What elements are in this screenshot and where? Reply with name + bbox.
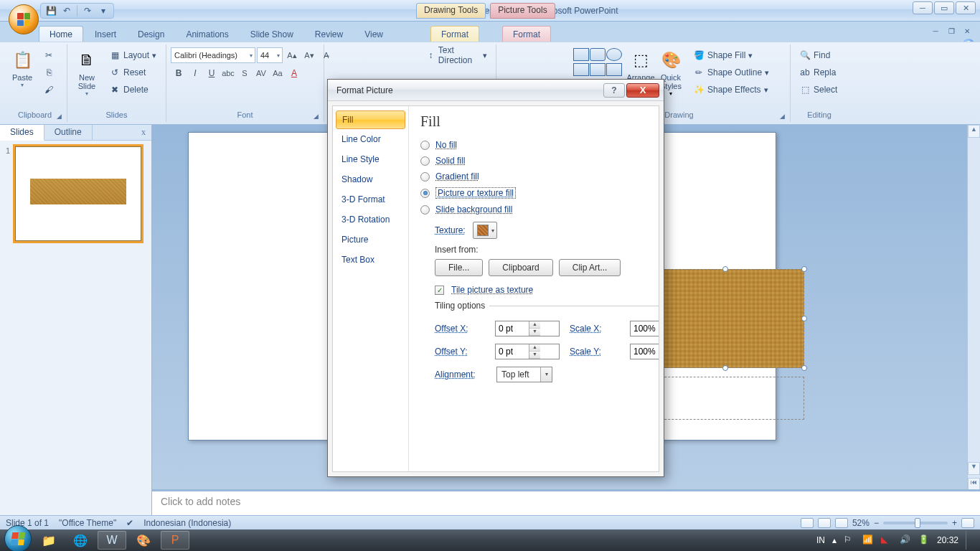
shadow-button[interactable]: S xyxy=(237,65,253,81)
offset-x-input[interactable]: ▲▼ xyxy=(495,321,560,336)
nav-3d-format[interactable]: 3-D Format xyxy=(333,189,408,209)
shape-fill-button[interactable]: 🪣Shape Fill ▾ xyxy=(689,47,773,63)
undo-button[interactable]: ↶ xyxy=(60,4,74,17)
tray-flag-icon[interactable]: ⚐ xyxy=(844,534,855,546)
tray-av-icon[interactable]: ◣ xyxy=(881,534,892,546)
insert-clipart-button[interactable]: Clip Art... xyxy=(559,259,621,276)
notes-pane[interactable]: Click to add notes xyxy=(152,489,980,515)
cut-button[interactable]: ✂ xyxy=(39,47,59,63)
zoom-slider[interactable] xyxy=(883,522,948,524)
nav-shadow[interactable]: Shadow xyxy=(333,169,408,189)
taskbar-ie[interactable]: 🌐 xyxy=(66,531,95,550)
doc-minimize[interactable]: ─ xyxy=(928,26,943,36)
taskbar-explorer[interactable]: 📁 xyxy=(34,531,63,550)
vertical-scrollbar[interactable]: ▲ ▼ ⏮ ⏭ xyxy=(967,125,980,515)
font-size-combo[interactable]: 44 xyxy=(257,47,283,63)
doc-restore[interactable]: ❐ xyxy=(944,26,958,36)
nav-line-color[interactable]: Line Color xyxy=(333,129,408,149)
replace-button[interactable]: abRepla xyxy=(795,65,842,80)
font-launcher[interactable]: ◢ xyxy=(314,113,322,121)
tile-checkbox[interactable]: ✓ xyxy=(435,286,444,295)
tab-design[interactable]: Design xyxy=(128,27,174,42)
shape-effects-button[interactable]: ✨Shape Effects ▾ xyxy=(689,82,773,98)
nav-text-box[interactable]: Text Box xyxy=(333,250,408,270)
offset-y-input[interactable]: ▲▼ xyxy=(495,344,560,359)
scroll-up[interactable]: ▲ xyxy=(968,125,980,138)
zoom-in[interactable]: + xyxy=(952,518,957,528)
tray-lang[interactable]: IN xyxy=(816,535,825,545)
tray-network-icon[interactable]: 📶 xyxy=(862,534,874,546)
redo-button[interactable]: ↷ xyxy=(80,4,95,17)
text-direction-button[interactable]: ↕Text Direction ▾ xyxy=(422,47,491,63)
dialog-help-button[interactable]: ? xyxy=(603,83,625,98)
sorter-view-button[interactable] xyxy=(818,518,831,528)
shapes-gallery[interactable] xyxy=(573,47,621,77)
nav-line-style[interactable]: Line Style xyxy=(333,149,408,169)
tab-view[interactable]: View xyxy=(354,27,393,42)
tab-animations[interactable]: Animations xyxy=(176,27,238,42)
tab-insert[interactable]: Insert xyxy=(85,27,126,42)
save-button[interactable]: 💾 xyxy=(44,4,58,17)
drawing-launcher[interactable]: ◢ xyxy=(780,113,788,121)
status-language[interactable]: Indonesian (Indonesia) xyxy=(143,518,231,528)
tab-slideshow[interactable]: Slide Show xyxy=(240,27,303,42)
radio-slide-bg-fill[interactable]: Slide background fill xyxy=(420,204,647,215)
tray-show-hidden[interactable]: ▴ xyxy=(832,535,837,545)
spacing-button[interactable]: AV xyxy=(253,65,269,81)
select-button[interactable]: ⬚Select xyxy=(795,82,842,98)
fit-to-window[interactable] xyxy=(961,518,974,528)
zoom-out[interactable]: − xyxy=(874,518,879,528)
qat-customize[interactable]: ▾ xyxy=(96,4,110,17)
tab-drawing-format[interactable]: Format xyxy=(430,26,479,42)
find-button[interactable]: 🔍Find xyxy=(795,47,842,63)
copy-button[interactable]: ⎘ xyxy=(39,65,59,80)
radio-gradient-fill[interactable]: Gradient fill xyxy=(420,171,647,182)
show-desktop[interactable] xyxy=(966,531,971,550)
dialog-close-button[interactable]: X xyxy=(626,83,659,98)
alignment-combo[interactable]: Top left▾ xyxy=(496,367,552,382)
panel-close[interactable]: x xyxy=(136,125,151,140)
start-button[interactable] xyxy=(4,525,32,551)
nav-3d-rotation[interactable]: 3-D Rotation xyxy=(333,209,408,230)
layout-button[interactable]: ▦Layout ▾ xyxy=(105,47,161,63)
radio-picture-fill[interactable]: Picture or texture fill xyxy=(420,187,647,199)
maximize-button[interactable]: ▭ xyxy=(934,1,954,14)
format-painter-button[interactable]: 🖌 xyxy=(39,82,59,98)
case-button[interactable]: Aa xyxy=(270,65,286,81)
tray-volume-icon[interactable]: 🔊 xyxy=(900,534,911,546)
radio-no-fill[interactable]: No fill xyxy=(420,140,647,150)
outline-tab[interactable]: Outline xyxy=(44,125,93,140)
font-color-button[interactable]: A xyxy=(286,65,302,81)
slide-thumbnail-1[interactable] xyxy=(15,146,141,241)
scale-x-input[interactable]: ▲▼ xyxy=(630,321,659,336)
reset-button[interactable]: ↺Reset xyxy=(105,65,161,80)
placeholder-box[interactable] xyxy=(646,377,804,420)
close-button[interactable]: ✕ xyxy=(956,1,976,14)
doc-close[interactable]: ✕ xyxy=(960,26,974,36)
grow-font[interactable]: A▴ xyxy=(284,47,300,63)
minimize-button[interactable]: ─ xyxy=(913,1,933,14)
radio-solid-fill[interactable]: Solid fill xyxy=(420,156,647,166)
office-button[interactable] xyxy=(9,4,39,34)
selected-shape[interactable] xyxy=(646,269,804,368)
shrink-font[interactable]: A▾ xyxy=(301,47,317,63)
spellcheck-icon[interactable]: ✔ xyxy=(126,518,133,528)
tab-home[interactable]: Home xyxy=(39,26,83,42)
strike-button[interactable]: abc xyxy=(220,65,236,81)
slides-tab[interactable]: Slides xyxy=(0,125,44,141)
taskbar-paint[interactable]: 🎨 xyxy=(129,531,158,550)
tab-review[interactable]: Review xyxy=(305,27,353,42)
slideshow-view-button[interactable] xyxy=(835,518,848,528)
new-slide-button[interactable]: 🗎 New Slide ▾ xyxy=(72,47,102,98)
tab-picture-format[interactable]: Format xyxy=(502,26,551,42)
taskbar-powerpoint[interactable]: P xyxy=(161,531,189,550)
insert-file-button[interactable]: File... xyxy=(435,259,483,276)
bold-button[interactable]: B xyxy=(171,65,187,81)
scale-y-input[interactable]: ▲▼ xyxy=(630,344,659,359)
tray-battery-icon[interactable]: 🔋 xyxy=(918,534,930,546)
shape-outline-button[interactable]: ✏Shape Outline ▾ xyxy=(689,65,773,80)
clipboard-launcher[interactable]: ◢ xyxy=(57,113,65,121)
insert-clipboard-button[interactable]: Clipboard xyxy=(489,259,552,276)
delete-button[interactable]: ✖Delete xyxy=(105,82,161,98)
nav-fill[interactable]: Fill xyxy=(336,110,405,129)
